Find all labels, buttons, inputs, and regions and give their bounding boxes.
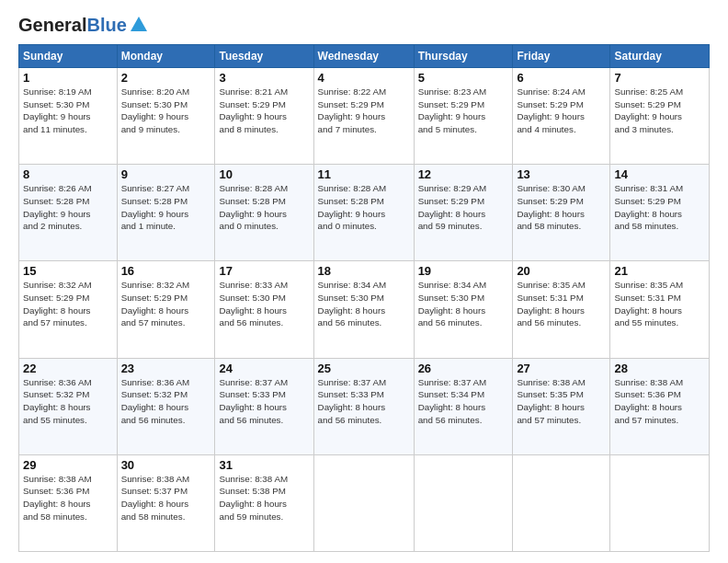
- calendar-cell: 7Sunrise: 8:25 AM Sunset: 5:29 PM Daylig…: [610, 68, 710, 165]
- calendar-cell: [513, 454, 610, 551]
- day-number: 1: [23, 71, 113, 85]
- day-number: 21: [614, 264, 705, 278]
- calendar-cell: 17Sunrise: 8:33 AM Sunset: 5:30 PM Dayli…: [215, 261, 313, 358]
- calendar-cell: 2Sunrise: 8:20 AM Sunset: 5:30 PM Daylig…: [117, 68, 215, 165]
- day-number: 10: [219, 167, 309, 181]
- day-number: 5: [418, 71, 509, 85]
- day-info: Sunrise: 8:38 AM Sunset: 5:38 PM Dayligh…: [219, 473, 309, 523]
- day-number: 3: [219, 71, 309, 85]
- calendar-cell: 14Sunrise: 8:31 AM Sunset: 5:29 PM Dayli…: [610, 165, 710, 261]
- day-number: 19: [418, 264, 509, 278]
- calendar-cell: [414, 454, 513, 551]
- day-info: Sunrise: 8:20 AM Sunset: 5:30 PM Dayligh…: [121, 86, 211, 136]
- calendar-cell: 29Sunrise: 8:38 AM Sunset: 5:36 PM Dayli…: [19, 454, 118, 551]
- day-number: 6: [517, 71, 606, 85]
- day-info: Sunrise: 8:32 AM Sunset: 5:29 PM Dayligh…: [121, 279, 211, 329]
- day-number: 31: [219, 458, 309, 472]
- day-info: Sunrise: 8:26 AM Sunset: 5:28 PM Dayligh…: [23, 182, 113, 233]
- day-number: 25: [318, 362, 410, 375]
- calendar-cell: 21Sunrise: 8:35 AM Sunset: 5:31 PM Dayli…: [610, 261, 710, 358]
- calendar-week: 29Sunrise: 8:38 AM Sunset: 5:36 PM Dayli…: [19, 454, 710, 551]
- calendar: SundayMondayTuesdayWednesdayThursdayFrid…: [18, 44, 710, 552]
- day-info: Sunrise: 8:28 AM Sunset: 5:28 PM Dayligh…: [318, 182, 410, 233]
- day-info: Sunrise: 8:34 AM Sunset: 5:30 PM Dayligh…: [418, 279, 509, 329]
- calendar-cell: 28Sunrise: 8:38 AM Sunset: 5:36 PM Dayli…: [610, 358, 710, 454]
- weekday-header: Tuesday: [215, 45, 313, 68]
- day-info: Sunrise: 8:38 AM Sunset: 5:37 PM Dayligh…: [121, 473, 211, 523]
- day-number: 4: [318, 71, 410, 85]
- day-number: 9: [121, 167, 211, 181]
- calendar-week: 22Sunrise: 8:36 AM Sunset: 5:32 PM Dayli…: [19, 358, 710, 454]
- calendar-cell: 8Sunrise: 8:26 AM Sunset: 5:28 PM Daylig…: [19, 165, 118, 261]
- day-number: 11: [318, 167, 410, 181]
- calendar-cell: 5Sunrise: 8:23 AM Sunset: 5:29 PM Daylig…: [414, 68, 513, 165]
- calendar-cell: 11Sunrise: 8:28 AM Sunset: 5:28 PM Dayli…: [313, 165, 414, 261]
- calendar-cell: 18Sunrise: 8:34 AM Sunset: 5:30 PM Dayli…: [313, 261, 414, 358]
- calendar-cell: 30Sunrise: 8:38 AM Sunset: 5:37 PM Dayli…: [117, 454, 215, 551]
- day-info: Sunrise: 8:19 AM Sunset: 5:30 PM Dayligh…: [23, 86, 113, 136]
- calendar-cell: 1Sunrise: 8:19 AM Sunset: 5:30 PM Daylig…: [19, 68, 118, 165]
- calendar-cell: 31Sunrise: 8:38 AM Sunset: 5:38 PM Dayli…: [215, 454, 313, 551]
- calendar-week: 1Sunrise: 8:19 AM Sunset: 5:30 PM Daylig…: [19, 68, 710, 165]
- day-number: 23: [121, 362, 211, 375]
- weekday-header: Sunday: [19, 45, 118, 68]
- logo-general: General: [18, 15, 86, 35]
- day-number: 13: [517, 167, 606, 181]
- day-info: Sunrise: 8:33 AM Sunset: 5:30 PM Dayligh…: [219, 279, 309, 329]
- day-info: Sunrise: 8:34 AM Sunset: 5:30 PM Dayligh…: [318, 279, 410, 329]
- weekday-header: Wednesday: [313, 45, 414, 68]
- day-number: 20: [517, 264, 606, 278]
- day-number: 26: [418, 362, 509, 375]
- svg-marker-0: [131, 17, 147, 31]
- day-number: 17: [219, 264, 309, 278]
- calendar-cell: 27Sunrise: 8:38 AM Sunset: 5:35 PM Dayli…: [513, 358, 610, 454]
- weekday-header: Thursday: [414, 45, 513, 68]
- calendar-cell: 26Sunrise: 8:37 AM Sunset: 5:34 PM Dayli…: [414, 358, 513, 454]
- day-info: Sunrise: 8:24 AM Sunset: 5:29 PM Dayligh…: [517, 86, 606, 136]
- day-number: 18: [318, 264, 410, 278]
- calendar-cell: 13Sunrise: 8:30 AM Sunset: 5:29 PM Dayli…: [513, 165, 610, 261]
- day-number: 15: [23, 264, 113, 278]
- day-info: Sunrise: 8:37 AM Sunset: 5:33 PM Dayligh…: [318, 376, 410, 427]
- day-info: Sunrise: 8:38 AM Sunset: 5:36 PM Dayligh…: [614, 376, 705, 427]
- day-info: Sunrise: 8:36 AM Sunset: 5:32 PM Dayligh…: [23, 376, 113, 427]
- day-info: Sunrise: 8:30 AM Sunset: 5:29 PM Dayligh…: [517, 182, 606, 233]
- calendar-cell: 9Sunrise: 8:27 AM Sunset: 5:28 PM Daylig…: [117, 165, 215, 261]
- calendar-cell: 15Sunrise: 8:32 AM Sunset: 5:29 PM Dayli…: [19, 261, 118, 358]
- weekday-header: Friday: [513, 45, 610, 68]
- weekday-row: SundayMondayTuesdayWednesdayThursdayFrid…: [19, 45, 710, 68]
- calendar-cell: 4Sunrise: 8:22 AM Sunset: 5:29 PM Daylig…: [313, 68, 414, 165]
- day-number: 22: [23, 362, 113, 375]
- day-number: 27: [517, 362, 606, 375]
- day-info: Sunrise: 8:28 AM Sunset: 5:28 PM Dayligh…: [219, 182, 309, 233]
- logo: GeneralBlue: [18, 15, 149, 35]
- day-info: Sunrise: 8:38 AM Sunset: 5:35 PM Dayligh…: [517, 376, 606, 427]
- day-info: Sunrise: 8:36 AM Sunset: 5:32 PM Dayligh…: [121, 376, 211, 427]
- calendar-cell: 19Sunrise: 8:34 AM Sunset: 5:30 PM Dayli…: [414, 261, 513, 358]
- calendar-body: 1Sunrise: 8:19 AM Sunset: 5:30 PM Daylig…: [19, 68, 710, 552]
- calendar-cell: [610, 454, 710, 551]
- day-info: Sunrise: 8:29 AM Sunset: 5:29 PM Dayligh…: [418, 182, 509, 233]
- calendar-cell: [313, 454, 414, 551]
- day-info: Sunrise: 8:37 AM Sunset: 5:34 PM Dayligh…: [418, 376, 509, 427]
- day-number: 28: [614, 362, 705, 375]
- day-number: 8: [23, 167, 113, 181]
- calendar-cell: 24Sunrise: 8:37 AM Sunset: 5:33 PM Dayli…: [215, 358, 313, 454]
- day-number: 29: [23, 458, 113, 472]
- calendar-cell: 25Sunrise: 8:37 AM Sunset: 5:33 PM Dayli…: [313, 358, 414, 454]
- day-number: 24: [219, 362, 309, 375]
- calendar-cell: 22Sunrise: 8:36 AM Sunset: 5:32 PM Dayli…: [19, 358, 118, 454]
- logo-blue: Blue: [86, 15, 126, 35]
- calendar-week: 15Sunrise: 8:32 AM Sunset: 5:29 PM Dayli…: [19, 261, 710, 358]
- day-number: 16: [121, 264, 211, 278]
- calendar-cell: 10Sunrise: 8:28 AM Sunset: 5:28 PM Dayli…: [215, 165, 313, 261]
- day-number: 30: [121, 458, 211, 472]
- calendar-week: 8Sunrise: 8:26 AM Sunset: 5:28 PM Daylig…: [19, 165, 710, 261]
- day-info: Sunrise: 8:32 AM Sunset: 5:29 PM Dayligh…: [23, 279, 113, 329]
- calendar-cell: 23Sunrise: 8:36 AM Sunset: 5:32 PM Dayli…: [117, 358, 215, 454]
- day-info: Sunrise: 8:23 AM Sunset: 5:29 PM Dayligh…: [418, 86, 509, 136]
- logo-icon: [129, 15, 149, 35]
- day-info: Sunrise: 8:37 AM Sunset: 5:33 PM Dayligh…: [219, 376, 309, 427]
- page: GeneralBlue SundayMondayTuesdayWednesday…: [0, 0, 728, 563]
- weekday-header: Monday: [117, 45, 215, 68]
